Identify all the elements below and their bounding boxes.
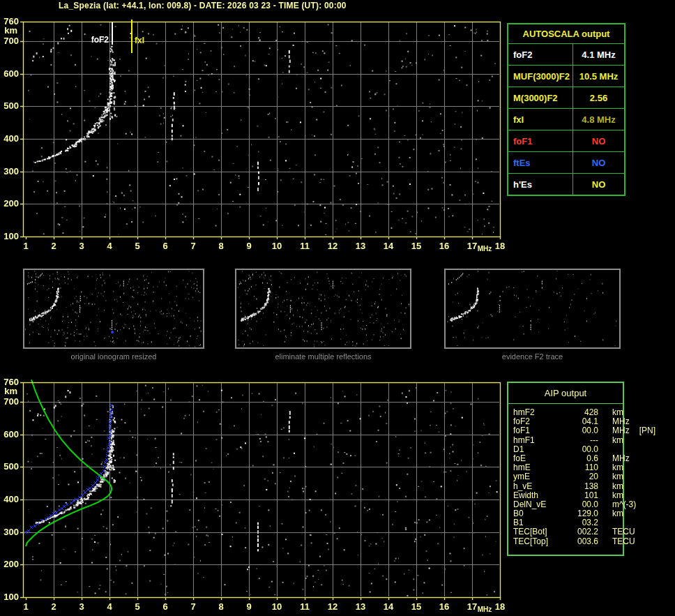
param-value: 101 <box>566 491 598 500</box>
param-label: TEC[Top] <box>513 537 566 546</box>
param-value: 20 <box>566 472 598 481</box>
autoscala-app-window: La_Spezia (lat: +44.1, lon: 009.8) - DAT… <box>0 0 675 616</box>
param-value: NO <box>573 136 624 147</box>
param-label: foF1 <box>508 130 573 151</box>
table-row: MUF(3000)F2 10.5 MHz <box>508 65 624 87</box>
station-date-time-title: La_Spezia (lat: +44.1, lon: 009.8) - DAT… <box>59 1 347 10</box>
param-label: ymE <box>513 472 566 481</box>
param-value: 003.6 <box>566 537 598 546</box>
param-unit: km <box>598 436 623 445</box>
param-value: NO <box>573 179 624 190</box>
param-unit <box>598 445 623 454</box>
param-unit: km <box>598 491 623 500</box>
param-value: 10.5 MHz <box>573 71 624 82</box>
aip-output-table: AIP output hmF2428km foF204.1MHz foF100.… <box>507 382 624 556</box>
param-value: --- <box>566 436 598 445</box>
table-row: TEC[Top]003.6TECU <box>513 537 623 546</box>
table-row: h'Es NO <box>508 173 624 195</box>
param-value: NO <box>573 158 624 168</box>
table-row: h_vE138km <box>513 482 623 491</box>
param-label: ftEs <box>508 152 573 173</box>
param-value: 002.2 <box>566 527 598 536</box>
param-label: h_vE <box>513 482 566 491</box>
table-row: DelN_vE00.0m^(-3) <box>513 500 623 509</box>
table-row: ftEs NO <box>508 151 624 173</box>
thumbnail-caption-evidence-f2: evidence F2 trace <box>444 352 621 361</box>
thumbnail-caption-original: original ionogram resized <box>23 352 204 361</box>
param-label: MUF(3000)F2 <box>508 66 573 87</box>
param-label: TEC[Bot] <box>513 527 566 536</box>
autoscala-output-table: AUTOSCALA output foF2 4.1 MHz MUF(3000)F… <box>507 23 625 196</box>
param-value: 2.56 <box>573 93 624 103</box>
thumbnail-caption-eliminate-reflections: eliminate multiple reflections <box>235 352 411 361</box>
param-unit: km <box>598 472 623 481</box>
param-unit: km <box>598 482 623 491</box>
autoscala-table-title: AUTOSCALA output <box>508 24 624 43</box>
param-value: 4.1 MHz <box>573 50 624 60</box>
param-label: D1 <box>513 445 566 454</box>
table-row: B0129.0km <box>513 509 623 518</box>
param-value: 4.8 MHz <box>573 114 624 125</box>
param-unit: km <box>598 509 623 518</box>
table-row: M(3000)F2 2.56 <box>508 87 624 108</box>
table-row: Ewidth101km <box>513 491 623 500</box>
table-row: fxI 4.8 MHz <box>508 108 624 130</box>
table-row: foF1 NO <box>508 130 624 151</box>
table-row: D100.0 <box>513 445 623 454</box>
param-value: 00.0 <box>566 445 598 454</box>
param-label: Ewidth <box>513 491 566 500</box>
param-label: fxI <box>508 109 573 130</box>
param-flag: [PN] <box>639 426 655 435</box>
param-label: foF2 <box>508 44 573 65</box>
aip-table-title: AIP output <box>508 383 623 404</box>
param-value: 138 <box>566 482 598 491</box>
table-row: hmF1---km <box>513 436 623 445</box>
param-unit: TECU <box>598 537 635 546</box>
table-row: foF100.0MHz[PN] <box>513 426 623 435</box>
param-label: M(3000)F2 <box>508 87 573 108</box>
param-label: h'Es <box>508 174 573 195</box>
param-unit: MHz[PN] <box>598 426 655 435</box>
table-row: foF2 4.1 MHz <box>508 43 624 65</box>
param-label: foF1 <box>513 426 566 435</box>
param-value: 00.0 <box>566 426 598 435</box>
table-row: TEC[Bot]002.2TECU <box>513 527 623 536</box>
param-unit: TECU <box>598 527 635 536</box>
param-label: hmF1 <box>513 436 566 445</box>
aip-table-body: hmF2428km foF204.1MHz foF100.0MHz[PN] hm… <box>508 404 623 546</box>
table-row: ymE20km <box>513 472 623 481</box>
